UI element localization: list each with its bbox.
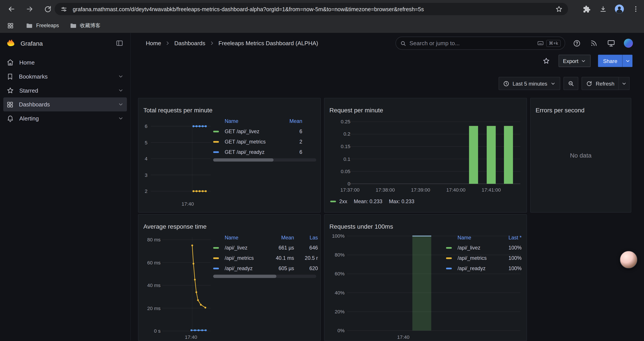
bookmark-folder-blogs[interactable]: 收藏博客: [70, 22, 100, 29]
sidebar-nav: Home Bookmarks Starred Dashboards: [0, 56, 130, 126]
back-icon[interactable]: [6, 4, 16, 14]
help-icon[interactable]: [572, 38, 582, 48]
sidebar-item-alerting[interactable]: Alerting: [3, 112, 127, 126]
axis-tick: 5: [145, 140, 148, 145]
dashboards-grid-icon: [6, 101, 14, 108]
chevron-down-icon[interactable]: [118, 88, 124, 93]
brand-label: Grafana: [20, 40, 115, 47]
axis-tick: 0.1: [344, 156, 350, 162]
share-menu-caret[interactable]: [622, 55, 632, 67]
download-icon[interactable]: [598, 4, 608, 14]
share-button[interactable]: Share: [598, 55, 622, 67]
display-icon[interactable]: [606, 38, 616, 48]
app-header: Home Dashboards Freeleaps Metrics Dashbo…: [131, 33, 644, 54]
url-text[interactable]: grafana.mathmast.com/d/deytv4rwavabkb/fr…: [73, 6, 554, 12]
floating-assistant-avatar[interactable]: [620, 251, 638, 269]
axis-tick: 4: [145, 156, 148, 162]
chevron-down-icon[interactable]: [118, 116, 124, 121]
legend-col-mean[interactable]: Mean: [282, 119, 302, 124]
legend-row[interactable]: GET /api/_metrics 2: [213, 137, 302, 147]
grafana-logo[interactable]: [6, 38, 16, 48]
breadcrumb-dashboards[interactable]: Dashboards: [174, 40, 205, 47]
forward-icon[interactable]: [24, 4, 34, 14]
panel-requests-under-100ms: Requests under 100ms 100%80%60%40%20%0% …: [324, 214, 527, 341]
site-settings-icon[interactable]: [59, 4, 68, 14]
legend-row[interactable]: GET /api/_livez 6: [213, 126, 302, 137]
zoom-out-button[interactable]: [564, 77, 578, 90]
x-axis-label: 17:40: [391, 334, 416, 340]
legend-table: Name Mean GET /api/_livez 6 GET /api/_me…: [213, 116, 302, 157]
favorite-star-icon[interactable]: [541, 56, 551, 66]
bookmark-star-icon[interactable]: [554, 4, 564, 14]
bookmark-folder-freeleaps[interactable]: Freeleaps: [26, 22, 59, 29]
bell-icon: [6, 115, 14, 122]
sidebar-item-starred[interactable]: Starred: [3, 83, 127, 97]
axis-tick: 0.15: [341, 144, 350, 149]
legend-scrollbar[interactable]: [213, 158, 316, 162]
axis-tick: 0: [348, 181, 350, 187]
breadcrumb: Home Dashboards Freeleaps Metrics Dashbo…: [146, 40, 318, 47]
panel-request-per-minute: Request per minute 0.250.20.150.10.050 1…: [324, 98, 527, 213]
legend-row[interactable]: /api/_readyz 605 µs 620: [213, 263, 318, 273]
collapse-sidebar-icon[interactable]: [115, 38, 124, 48]
panel-total-requests: Total requests per minute 65432 17:40 Na…: [138, 98, 321, 213]
series-color-dash: [213, 267, 219, 269]
chevron-down-icon[interactable]: [118, 102, 124, 107]
axis-tick: 6: [145, 123, 148, 129]
legend-row[interactable]: /api/_metrics 100%: [446, 253, 522, 263]
axis-tick: 2: [145, 188, 148, 194]
legend-row[interactable]: /api/_readyz 100%: [446, 263, 522, 273]
search-placeholder: Search or jump to...: [410, 40, 537, 47]
browser-menu-icon[interactable]: [631, 4, 641, 14]
export-button[interactable]: Export: [558, 55, 591, 67]
clock-icon: [503, 80, 509, 87]
axis-tick: 0.25: [341, 119, 350, 125]
refresh-interval-caret[interactable]: [619, 77, 630, 90]
legend-col-last[interactable]: Last *: [497, 235, 522, 240]
main-area: Home Dashboards Freeleaps Metrics Dashbo…: [131, 33, 644, 341]
screen: grafana.mathmast.com/d/deytv4rwavabkb/fr…: [0, 0, 644, 341]
legend-col-last[interactable]: Las: [296, 235, 318, 240]
legend-row[interactable]: /api/_metrics 40.1 ms 20.5 r: [213, 253, 318, 263]
legend-table: Name Last * /api/_livez 100% /api/_metri…: [446, 233, 522, 273]
legend-col-name[interactable]: Name: [225, 235, 262, 240]
chevron-right-icon: [209, 41, 214, 46]
sidebar-item-home[interactable]: Home: [3, 56, 127, 70]
panel-average-response-time: Average response time 80 ms60 ms40 ms20 …: [138, 214, 321, 341]
legend-col-name[interactable]: Name: [225, 119, 279, 124]
user-avatar[interactable]: [624, 38, 633, 48]
chevron-right-icon: [165, 41, 170, 46]
legend-row[interactable]: /api/_livez 661 µs 646: [213, 242, 318, 253]
url-bar[interactable]: grafana.mathmast.com/d/deytv4rwavabkb/fr…: [54, 3, 568, 15]
news-feed-icon[interactable]: [589, 38, 599, 48]
legend-row[interactable]: /api/_livez 100%: [446, 242, 522, 253]
time-range-picker[interactable]: Last 5 minutes: [499, 77, 560, 90]
sidebar-item-bookmarks[interactable]: Bookmarks: [3, 70, 127, 84]
legend-col-mean[interactable]: Mean: [264, 235, 294, 240]
axis-tick: 20 ms: [147, 305, 160, 311]
grafana-app: Grafana Home Bookmarks Starred: [0, 33, 644, 341]
reload-icon[interactable]: [43, 4, 52, 14]
refresh-split-button: Refresh: [582, 77, 630, 90]
extensions-icon[interactable]: [582, 4, 592, 14]
no-data-message: No data: [531, 98, 631, 212]
sidebar-item-dashboards[interactable]: Dashboards: [3, 97, 127, 112]
profile-avatar[interactable]: [614, 4, 624, 14]
legend-col-name[interactable]: Name: [458, 235, 494, 240]
apps-grid-icon[interactable]: [5, 21, 15, 31]
legend-row[interactable]: GET /api/_readyz 6: [213, 147, 302, 157]
axis-tick: 80 ms: [147, 237, 160, 242]
search-input[interactable]: Search or jump to... ⌘+k: [396, 37, 565, 50]
axis-tick: 17:37:00: [340, 187, 360, 193]
browser-chrome: grafana.mathmast.com/d/deytv4rwavabkb/fr…: [0, 0, 644, 33]
legend-row[interactable]: 2xx: [330, 199, 347, 204]
chevron-down-icon[interactable]: [118, 74, 124, 79]
request-per-minute-chart[interactable]: [324, 98, 527, 213]
axis-tick: 3: [145, 172, 148, 178]
legend-scrollbar[interactable]: [213, 275, 316, 278]
series-color-dash: [330, 201, 336, 202]
refresh-button[interactable]: Refresh: [582, 77, 619, 90]
breadcrumb-home[interactable]: Home: [146, 40, 161, 47]
bookmark-icon: [6, 73, 14, 80]
axis-tick: 40 ms: [147, 282, 160, 288]
